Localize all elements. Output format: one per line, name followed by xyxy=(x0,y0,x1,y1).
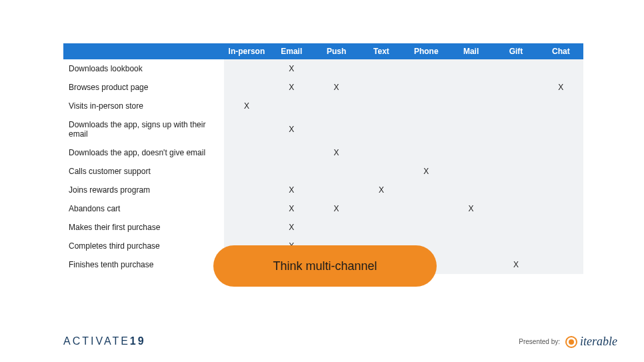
header-empty xyxy=(63,43,224,59)
row-label: Downloads lookbook xyxy=(63,59,224,78)
cell-mark xyxy=(539,237,583,255)
cell-mark: X xyxy=(269,218,314,237)
callout-text: Think multi-channel xyxy=(273,259,377,273)
table-row: Calls customer supportX xyxy=(63,162,583,181)
cell-mark: X xyxy=(314,78,359,97)
cell-mark xyxy=(269,162,314,181)
header-phone: Phone xyxy=(404,43,449,59)
row-label: Calls customer support xyxy=(63,162,224,181)
cell-mark xyxy=(493,115,538,143)
header-email: Email xyxy=(269,43,314,59)
cell-mark xyxy=(404,59,449,78)
cell-mark xyxy=(539,59,583,78)
cell-mark xyxy=(224,199,269,218)
table-row: Downloads the app, signs up with their e… xyxy=(63,115,583,143)
row-label: Finishes tenth purchase xyxy=(63,255,224,274)
table-row: Joins rewards programXX xyxy=(63,181,583,199)
cell-mark: X xyxy=(269,115,314,143)
cell-mark xyxy=(224,181,269,199)
header-gift: Gift xyxy=(493,43,538,59)
cell-mark xyxy=(224,115,269,143)
table-row: Downloads the app, doesn't give emailX xyxy=(63,143,583,162)
cell-mark xyxy=(449,143,493,162)
callout-pill: Think multi-channel xyxy=(213,245,437,287)
cell-mark xyxy=(539,115,583,143)
cell-mark xyxy=(493,181,538,199)
cell-mark: X xyxy=(539,78,583,97)
cell-mark xyxy=(359,115,403,143)
slide-root: In-person Email Push Text Phone Mail Gif… xyxy=(0,0,644,362)
cell-mark xyxy=(404,218,449,237)
cell-mark xyxy=(539,181,583,199)
cell-mark xyxy=(449,181,493,199)
cell-mark: X xyxy=(359,181,403,199)
cell-mark: X xyxy=(314,143,359,162)
cell-mark xyxy=(493,59,538,78)
cell-mark xyxy=(359,143,403,162)
cell-mark xyxy=(314,115,359,143)
cell-mark xyxy=(449,115,493,143)
cell-mark xyxy=(404,143,449,162)
cell-mark: X xyxy=(269,78,314,97)
cell-mark xyxy=(493,97,538,115)
row-label: Downloads the app, signs up with their e… xyxy=(63,115,224,143)
cell-mark xyxy=(493,78,538,97)
cell-mark xyxy=(493,199,538,218)
cell-mark xyxy=(539,199,583,218)
cell-mark xyxy=(539,97,583,115)
cell-mark xyxy=(539,143,583,162)
table-row: Visits in-person storeX xyxy=(63,97,583,115)
cell-mark xyxy=(359,59,403,78)
cell-mark xyxy=(404,199,449,218)
iterable-logo: iterable xyxy=(565,335,617,349)
cell-mark: X xyxy=(314,199,359,218)
row-label: Joins rewards program xyxy=(63,181,224,199)
cell-mark: X xyxy=(269,59,314,78)
cell-mark xyxy=(224,143,269,162)
table-body: Downloads lookbookXBrowses product pageX… xyxy=(63,59,583,274)
cell-mark xyxy=(449,237,493,255)
cell-mark: X xyxy=(224,97,269,115)
cell-mark xyxy=(359,218,403,237)
cell-mark xyxy=(359,78,403,97)
cell-mark: X xyxy=(404,162,449,181)
row-label: Browses product page xyxy=(63,78,224,97)
cell-mark xyxy=(449,162,493,181)
cell-mark xyxy=(449,59,493,78)
table-row: Downloads lookbookX xyxy=(63,59,583,78)
event-year: 19 xyxy=(130,335,146,347)
cell-mark xyxy=(359,162,403,181)
iterable-wordmark: iterable xyxy=(580,335,617,349)
cell-mark xyxy=(404,181,449,199)
cell-mark xyxy=(539,162,583,181)
cell-mark: X xyxy=(493,255,538,274)
presented-by-label: Presented by: xyxy=(519,338,560,345)
footer-brand: Presented by: iterable xyxy=(519,335,617,349)
cell-mark xyxy=(314,97,359,115)
row-label: Downloads the app, doesn't give email xyxy=(63,143,224,162)
cell-mark xyxy=(224,218,269,237)
cell-mark: X xyxy=(269,199,314,218)
cell-mark xyxy=(493,143,538,162)
header-text: Text xyxy=(359,43,403,59)
row-label: Abandons cart xyxy=(63,199,224,218)
cell-mark xyxy=(449,97,493,115)
table-header-row: In-person Email Push Text Phone Mail Gif… xyxy=(63,43,583,59)
cell-mark xyxy=(359,199,403,218)
row-label: Makes their first purchase xyxy=(63,218,224,237)
channel-matrix-table: In-person Email Push Text Phone Mail Gif… xyxy=(63,43,583,274)
cell-mark: X xyxy=(269,181,314,199)
header-mail: Mail xyxy=(449,43,493,59)
cell-mark xyxy=(314,181,359,199)
cell-mark xyxy=(539,255,583,274)
cell-mark xyxy=(449,78,493,97)
cell-mark xyxy=(269,97,314,115)
cell-mark: X xyxy=(449,199,493,218)
cell-mark xyxy=(493,162,538,181)
row-label: Visits in-person store xyxy=(63,97,224,115)
row-label: Completes third purchase xyxy=(63,237,224,255)
cell-mark xyxy=(404,115,449,143)
header-chat: Chat xyxy=(539,43,583,59)
cell-mark xyxy=(224,59,269,78)
cell-mark xyxy=(404,97,449,115)
